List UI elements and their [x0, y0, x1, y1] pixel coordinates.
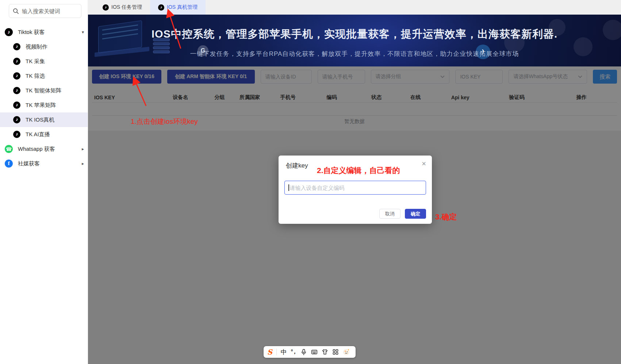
annotation-arrow-create-key	[129, 75, 150, 108]
chevron-down-icon[interactable]: ▾	[82, 30, 84, 35]
sidebar-item-tk-agent-matrix[interactable]: ♪ TK 智能体矩阵	[0, 83, 88, 98]
close-icon[interactable]: ×	[422, 160, 426, 167]
sidebar-item-whatsapp-group[interactable]: ☎ Whatsapp 获客 ▸	[0, 142, 88, 156]
custom-code-field[interactable]	[284, 181, 426, 195]
keyboard-icon[interactable]	[311, 349, 318, 355]
chevron-right-icon[interactable]: ▸	[82, 161, 84, 166]
sogou-logo-icon[interactable]: S	[267, 348, 272, 356]
tiktok-icon: ♪	[13, 43, 20, 50]
modal-footer: 取消 确定	[379, 209, 426, 219]
chevron-right-icon[interactable]: ▸	[82, 146, 84, 152]
search-icon	[13, 8, 19, 14]
sidebar-item-tk-apple-matrix[interactable]: ♪ TK 苹果矩阵	[0, 98, 88, 112]
confirm-button[interactable]: 确定	[405, 209, 426, 219]
ime-toolbar: S 中 °，	[264, 346, 356, 358]
search-input[interactable]	[22, 8, 73, 14]
sidebar: ♪ Tiktok 获客 ▾ ♪ 视频制作 ♪ TK 采集 ♪ TK 筛选 ♪ T…	[0, 0, 88, 364]
sidebar-item-tk-ai-live[interactable]: ♪ TK AI直播	[0, 127, 88, 142]
tiktok-icon: ♪	[13, 58, 20, 65]
divider	[276, 349, 277, 355]
whatsapp-icon: ☎	[5, 145, 13, 153]
emoji-face-icon[interactable]	[343, 348, 350, 356]
skin-tshirt-icon[interactable]	[322, 349, 328, 355]
sidebar-menu: ♪ Tiktok 获客 ▾ ♪ 视频制作 ♪ TK 采集 ♪ TK 筛选 ♪ T…	[0, 25, 88, 171]
tiktok-icon: ♪	[13, 87, 20, 94]
annotation-step2: 2.自定义编辑，自己看的	[317, 165, 400, 176]
custom-code-input[interactable]	[290, 185, 422, 191]
cancel-button[interactable]: 取消	[379, 209, 400, 219]
tiktok-icon: ♪	[103, 4, 109, 11]
sidebar-item-tk-collect[interactable]: ♪ TK 采集	[0, 54, 88, 69]
tiktok-icon: ♪	[5, 28, 13, 36]
sidebar-search[interactable]	[9, 4, 81, 18]
tiktok-icon: ♪	[13, 116, 20, 123]
sidebar-item-social-group[interactable]: f 社媒获客 ▸	[0, 156, 88, 171]
tab-ios-task-manage[interactable]: ♪ IOS 任务管理	[95, 0, 150, 15]
annotation-arrow-tab	[161, 7, 186, 50]
modal-title: 创建key	[286, 161, 308, 170]
tiktok-icon: ♪	[13, 101, 20, 109]
sidebar-item-tk-filter[interactable]: ♪ TK 筛选	[0, 69, 88, 83]
sidebar-item-video-create[interactable]: ♪ 视频制作	[0, 39, 88, 54]
text-cursor	[288, 184, 289, 191]
apps-grid-icon[interactable]	[332, 349, 339, 355]
punctuation-icon[interactable]: °，	[291, 349, 297, 355]
annotation-step3: 3.确定	[435, 212, 457, 222]
sidebar-item-tiktok-group[interactable]: ♪ Tiktok 获客 ▾	[0, 25, 88, 39]
banner-subtitle: 一键下发任务，支持多平台RPA自动化获客，解放双手，提升效率，不限语言和地区，助…	[88, 50, 621, 58]
microphone-icon[interactable]	[300, 349, 307, 355]
tiktok-icon: ♪	[13, 72, 20, 80]
annotation-step1: 1.点击创建ios环境key	[131, 117, 198, 126]
chinese-mode-icon[interactable]: 中	[281, 348, 287, 356]
sidebar-item-tk-ios-device[interactable]: ♪ TK IOS真机	[0, 112, 88, 127]
facebook-icon: f	[5, 160, 13, 168]
tiktok-icon: ♪	[13, 131, 20, 138]
